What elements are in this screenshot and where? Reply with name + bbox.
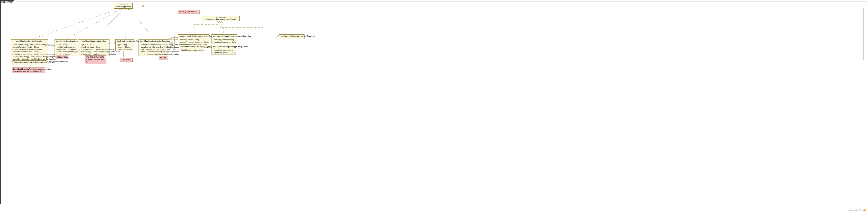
fields: - tables : Map<String, YamlTableRuleConf… <box>11 43 48 63</box>
note-keygen: 主键生成配置 <box>120 58 133 62</box>
note-strategy-group: Sharding-JDBC分片策略 <box>178 10 199 14</box>
note-tablerule: 逻辑表/数据节点/分库策略/分表策略/主键生成策略 <box>85 55 106 64</box>
class-table-rule: YamlTableRuleConfiguration - logicTable … <box>78 39 110 56</box>
class-base-strategy: <<interface>>YamlBaseShardingStrategyCon… <box>202 16 240 21</box>
note-strategy: 分片策略 <box>159 56 168 60</box>
class-sharding-strategy: YamlShardingStrategyConfiguration - stan… <box>138 39 169 56</box>
stereotype: <<interface>> <box>116 4 131 6</box>
class-yamlconfiguration: <<interface>>YamlConfiguration <box>114 3 133 9</box>
class-name: YamlTableRuleConfiguration <box>82 40 106 42</box>
class-name: YamlShardingRuleConfiguration <box>16 40 43 42</box>
class-key-generator: YamlKeyGeneratorConfiguration - type : S… <box>115 39 134 51</box>
class-name: YamlInlineShardingStrategyConfiguration <box>213 46 248 48</box>
class-name: YamlComplexShardingStrategyConfiguration <box>213 35 251 37</box>
class-sharding-rule: YamlShardingRuleConfiguration - tables :… <box>10 39 48 63</box>
note-springboot: SpringBootShardingRuleConfigurationPrope… <box>12 67 45 73</box>
strategy-group-box <box>173 8 864 60</box>
fields: - type : String - column : String - prop… <box>116 43 134 51</box>
stereotype: <<interface>> <box>204 17 238 18</box>
class-name: YamlConfiguration <box>116 6 131 8</box>
class-complex-strategy: YamlComplexShardingStrategyConfiguration… <box>212 34 237 44</box>
fields: - logicTable : String - actualDataNodes … <box>78 43 109 56</box>
class-name: SpringBootShardingRuleConfigurationPrope… <box>14 61 55 63</box>
class-none-strategy: YamlNoneShardingStrategyConfiguration <box>279 34 305 39</box>
class-springboot-props: SpringBootShardingRuleConfigurationPrope… <box>12 60 46 65</box>
class-name: YamlBaseShardingStrategyConfiguration <box>204 18 238 20</box>
fields: - standard : YamlStandardShardingStrateg… <box>139 43 169 56</box>
footer-credit: powered by Astah🔶 <box>848 209 866 211</box>
class-name: YamlHintShardingStrategyConfiguration <box>180 46 214 48</box>
class-inline-strategy: YamlInlineShardingStrategyConfiguration … <box>212 45 236 54</box>
fields: - name : String - masterDataSourceName :… <box>55 43 77 56</box>
fields: - algorithmClassName : String <box>179 48 203 52</box>
class-master-slave: YamlMasterSlaveRuleConfiguration - name … <box>55 39 77 56</box>
fields: - shardingColumn : String - algorithmExp… <box>212 48 236 54</box>
class-hint-strategy: YamlHintShardingStrategyConfiguration - … <box>179 45 203 52</box>
class-name: YamlShardingStrategyConfiguration <box>140 40 170 42</box>
fields: - shardingColumns : String - algorithmCl… <box>212 38 237 44</box>
note-masterslave: 定义主从配置 <box>56 55 69 59</box>
class-name: YamlNoneShardingStrategyConfiguration <box>280 35 315 37</box>
